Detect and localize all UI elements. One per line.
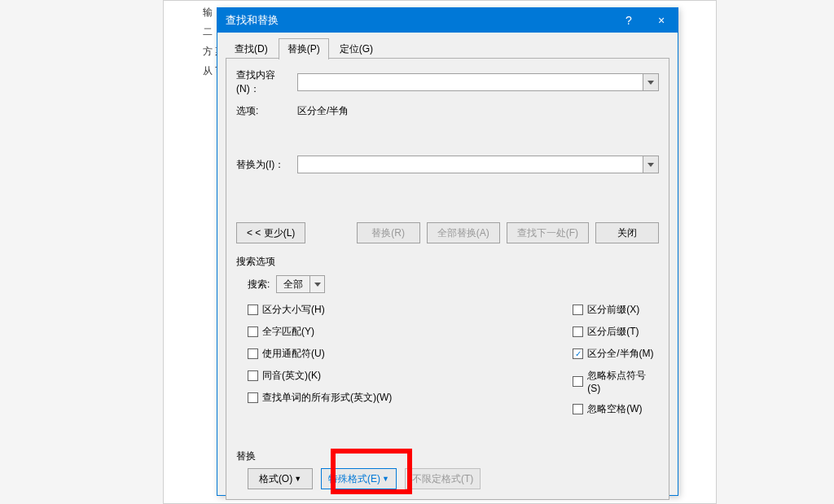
search-options-label: 搜索选项 bbox=[236, 255, 659, 269]
check-match-case[interactable]: 区分大小写(H) bbox=[248, 303, 573, 317]
options-label: 选项: bbox=[236, 104, 297, 118]
replace-input-wrap bbox=[297, 156, 659, 173]
checkbox-checked-icon bbox=[573, 348, 583, 359]
checkbox-label: 查找单词的所有形式(英文)(W) bbox=[262, 391, 392, 405]
checkbox-label: 区分全/半角(M) bbox=[587, 347, 653, 361]
dialog-titlebar[interactable]: 查找和替换 ? × bbox=[217, 8, 678, 33]
checkbox-label: 忽略标点符号(S) bbox=[587, 369, 659, 394]
replace-input[interactable] bbox=[297, 156, 643, 173]
bottom-group-label: 替换 bbox=[236, 449, 659, 463]
bottom-button-row: 格式(O)▼ 特殊格式(E)▼ 不限定格式(T) bbox=[236, 468, 659, 489]
options-row: 选项: 区分全/半角 bbox=[236, 104, 659, 118]
replace-dropdown-button[interactable] bbox=[643, 156, 659, 173]
find-input[interactable] bbox=[297, 73, 643, 91]
find-input-wrap bbox=[297, 73, 659, 91]
tab-replace[interactable]: 替换(P) bbox=[279, 38, 329, 59]
checkbox-label: 使用通配符(U) bbox=[262, 347, 325, 361]
checkbox-label: 全字匹配(Y) bbox=[262, 325, 314, 339]
tab-find[interactable]: 查找(D) bbox=[226, 38, 277, 59]
chevron-down-icon bbox=[647, 163, 654, 167]
check-sounds-like[interactable]: 同音(英文)(K) bbox=[248, 369, 573, 383]
search-direction-select[interactable]: 全部 bbox=[276, 275, 325, 293]
main-button-row: < < 更少(L) 替换(R) 全部替换(A) 查找下一处(F) 关闭 bbox=[236, 222, 659, 243]
find-label: 查找内容(N)： bbox=[236, 68, 297, 96]
search-direction-value: 全部 bbox=[277, 278, 309, 291]
special-format-button[interactable]: 特殊格式(E)▼ bbox=[321, 468, 397, 489]
caret-down-icon: ▼ bbox=[382, 475, 389, 483]
checkbox-icon bbox=[573, 376, 583, 387]
button-label: 格式(O) bbox=[259, 472, 292, 486]
check-ignore-punct[interactable]: 忽略标点符号(S) bbox=[573, 369, 659, 394]
options-value: 区分全/半角 bbox=[297, 104, 349, 118]
search-direction-row: 搜索: 全部 bbox=[248, 275, 659, 293]
help-button[interactable]: ? bbox=[612, 8, 645, 33]
check-match-prefix[interactable]: 区分前缀(X) bbox=[573, 303, 659, 317]
checkbox-label: 区分后缀(T) bbox=[587, 325, 639, 339]
checkbox-columns: 区分大小写(H) 全字匹配(Y) 使用通配符(U) 同音(英文)(K) 查找单词… bbox=[236, 303, 659, 416]
less-button[interactable]: < < 更少(L) bbox=[236, 222, 305, 243]
close-button[interactable]: × bbox=[645, 8, 678, 33]
caret-down-icon: ▼ bbox=[294, 475, 301, 483]
tab-row: 查找(D) 替换(P) 定位(G) bbox=[217, 33, 678, 59]
checkbox-icon bbox=[248, 348, 258, 359]
checkbox-icon bbox=[248, 392, 258, 403]
format-button[interactable]: 格式(O)▼ bbox=[248, 468, 313, 489]
check-word-forms[interactable]: 查找单词的所有形式(英文)(W) bbox=[248, 391, 573, 405]
checkbox-icon bbox=[248, 370, 258, 381]
button-label: 不限定格式(T) bbox=[412, 472, 473, 486]
check-ignore-space[interactable]: 忽略空格(W) bbox=[573, 402, 659, 416]
replace-button[interactable]: 替换(R) bbox=[357, 222, 420, 243]
checkbox-label: 区分前缀(X) bbox=[587, 303, 639, 317]
checkbox-col-right: 区分前缀(X) 区分后缀(T) 区分全/半角(M) 忽略标点符号(S) 忽略空格… bbox=[573, 303, 659, 416]
checkbox-icon bbox=[248, 327, 258, 337]
checkbox-icon bbox=[248, 305, 258, 315]
check-wildcards[interactable]: 使用通配符(U) bbox=[248, 347, 573, 361]
find-row: 查找内容(N)： bbox=[236, 68, 659, 96]
bottom-format-section: 替换 格式(O)▼ 特殊格式(E)▼ 不限定格式(T) bbox=[236, 449, 659, 489]
checkbox-label: 区分大小写(H) bbox=[262, 303, 325, 317]
close-dialog-button[interactable]: 关闭 bbox=[595, 222, 659, 243]
replace-label: 替换为(I)： bbox=[236, 158, 297, 172]
replace-row: 替换为(I)： bbox=[236, 156, 659, 173]
no-format-button[interactable]: 不限定格式(T) bbox=[405, 468, 481, 489]
check-full-half[interactable]: 区分全/半角(M) bbox=[573, 347, 659, 361]
checkbox-label: 忽略空格(W) bbox=[587, 402, 642, 416]
replace-all-button[interactable]: 全部替换(A) bbox=[427, 222, 500, 243]
find-dropdown-button[interactable] bbox=[643, 73, 659, 91]
checkbox-label: 同音(英文)(K) bbox=[262, 369, 321, 383]
check-match-suffix[interactable]: 区分后缀(T) bbox=[573, 325, 659, 339]
chevron-down-icon bbox=[647, 81, 654, 85]
tab-goto[interactable]: 定位(G) bbox=[331, 38, 382, 59]
dialog-title: 查找和替换 bbox=[226, 13, 612, 28]
find-next-button[interactable]: 查找下一处(F) bbox=[507, 222, 589, 243]
search-direction-label: 搜索: bbox=[248, 278, 270, 291]
find-replace-dialog: 查找和替换 ? × 查找(D) 替换(P) 定位(G) 查找内容(N)： 选项:… bbox=[217, 7, 678, 496]
search-options-section: 搜索选项 搜索: 全部 区分大小写(H) 全字匹配(Y) 使用通配符(U) 同音… bbox=[236, 255, 659, 416]
checkbox-icon bbox=[573, 327, 583, 337]
spacer bbox=[236, 182, 659, 222]
checkbox-icon bbox=[573, 404, 583, 414]
button-label: 特殊格式(E) bbox=[328, 472, 380, 486]
checkbox-icon bbox=[573, 305, 583, 315]
tab-content: 查找内容(N)： 选项: 区分全/半角 替换为(I)： < < 更少(L) 替换… bbox=[226, 58, 669, 500]
check-whole-word[interactable]: 全字匹配(Y) bbox=[248, 325, 573, 339]
chevron-down-icon bbox=[309, 276, 324, 292]
checkbox-col-left: 区分大小写(H) 全字匹配(Y) 使用通配符(U) 同音(英文)(K) 查找单词… bbox=[248, 303, 573, 416]
